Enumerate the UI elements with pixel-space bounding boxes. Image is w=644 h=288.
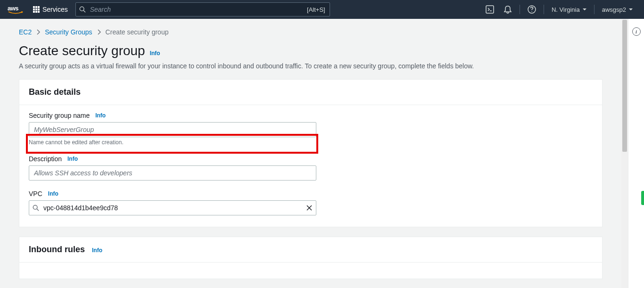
- clear-icon[interactable]: [306, 205, 313, 211]
- breadcrumb-security-groups[interactable]: Security Groups: [45, 28, 92, 36]
- search-icon: [33, 205, 39, 211]
- description-label: Description: [29, 155, 62, 163]
- breadcrumb-current: Create security group: [106, 28, 169, 36]
- scrollbar-thumb[interactable]: [622, 20, 627, 152]
- page-title: Create security group: [19, 43, 145, 58]
- svg-line-2: [83, 10, 85, 12]
- sg-name-input[interactable]: [29, 122, 316, 137]
- vpc-label-row: VPC Info: [29, 190, 593, 197]
- svg-point-1: [80, 7, 84, 11]
- scrollbar[interactable]: [621, 19, 628, 288]
- divider: [544, 5, 544, 14]
- svg-line-8: [37, 209, 39, 211]
- sg-name-label-row: Security group name Info: [29, 112, 593, 119]
- sg-name-label: Security group name: [29, 112, 90, 119]
- svg-point-6: [531, 11, 532, 12]
- header-right: N. Virginia awsgsp2: [482, 1, 636, 17]
- content-area: EC2 Security Groups Create security grou…: [0, 19, 621, 288]
- svg-point-7: [33, 205, 37, 209]
- info-panel-toggle[interactable]: i: [632, 27, 641, 36]
- search-input[interactable]: [75, 2, 330, 16]
- panel-body: Security group name Info Name cannot be …: [19, 105, 602, 227]
- search-icon: [79, 6, 86, 13]
- feedback-tab[interactable]: [641, 191, 644, 205]
- vpc-wrap: [29, 200, 316, 215]
- breadcrumb: EC2 Security Groups Create security grou…: [19, 26, 603, 36]
- chevron-right-icon: [36, 29, 40, 35]
- aws-logo-icon: aws: [8, 5, 24, 14]
- vpc-label: VPC: [29, 190, 42, 197]
- right-rail: i: [628, 19, 644, 288]
- sg-name-info-link[interactable]: Info: [95, 112, 106, 119]
- svg-text:aws: aws: [8, 5, 18, 12]
- services-button[interactable]: Services: [33, 6, 68, 13]
- sg-name-group: Security group name Info Name cannot be …: [29, 112, 593, 146]
- description-input[interactable]: [29, 165, 316, 181]
- basic-details-title: Basic details: [29, 87, 593, 97]
- search-wrap: [Alt+S]: [75, 2, 330, 16]
- region-label: N. Virginia: [552, 6, 580, 13]
- caret-down-icon: [583, 8, 586, 10]
- breadcrumb-ec2[interactable]: EC2: [19, 28, 32, 36]
- main-wrap: EC2 Security Groups Create security grou…: [0, 19, 644, 288]
- aws-logo[interactable]: aws: [8, 5, 24, 14]
- vpc-info-link[interactable]: Info: [48, 190, 58, 197]
- inbound-rules-info-link[interactable]: Info: [92, 247, 102, 254]
- cloudshell-icon[interactable]: [482, 1, 498, 17]
- description-label-row: Description Info: [29, 155, 593, 163]
- help-icon[interactable]: [524, 1, 540, 17]
- search-shortcut: [Alt+S]: [307, 6, 325, 13]
- account-label: awsgsp2: [602, 6, 626, 13]
- chevron-right-icon: [97, 29, 101, 35]
- caret-down-icon: [629, 8, 633, 10]
- top-header: aws Services [Alt+S] N. Virginia: [0, 0, 644, 19]
- notifications-icon[interactable]: [500, 1, 516, 17]
- region-selector[interactable]: N. Virginia: [548, 6, 590, 13]
- description-info-link[interactable]: Info: [67, 156, 78, 162]
- description-group: Description Info: [29, 155, 593, 181]
- page-info-link[interactable]: Info: [150, 50, 160, 57]
- services-grid-icon: [33, 6, 40, 13]
- services-label: Services: [42, 6, 68, 13]
- panel-body: [19, 263, 602, 279]
- panel-header: Basic details: [19, 80, 602, 105]
- page-description: A security group acts as a virtual firew…: [19, 62, 603, 70]
- inbound-rules-title-text: Inbound rules: [29, 245, 85, 254]
- vpc-group: VPC Info: [29, 190, 593, 215]
- divider: [594, 5, 594, 14]
- sg-name-helper: Name cannot be edited after creation.: [29, 139, 593, 146]
- divider: [520, 5, 520, 14]
- inbound-rules-panel: Inbound rules Info: [19, 237, 603, 279]
- basic-details-panel: Basic details Security group name Info N…: [19, 79, 603, 227]
- panel-header: Inbound rules Info: [19, 237, 602, 263]
- account-selector[interactable]: awsgsp2: [598, 6, 636, 13]
- inbound-rules-title: Inbound rules Info: [29, 245, 593, 255]
- page-title-row: Create security group Info: [19, 43, 603, 58]
- vpc-input[interactable]: [29, 200, 316, 215]
